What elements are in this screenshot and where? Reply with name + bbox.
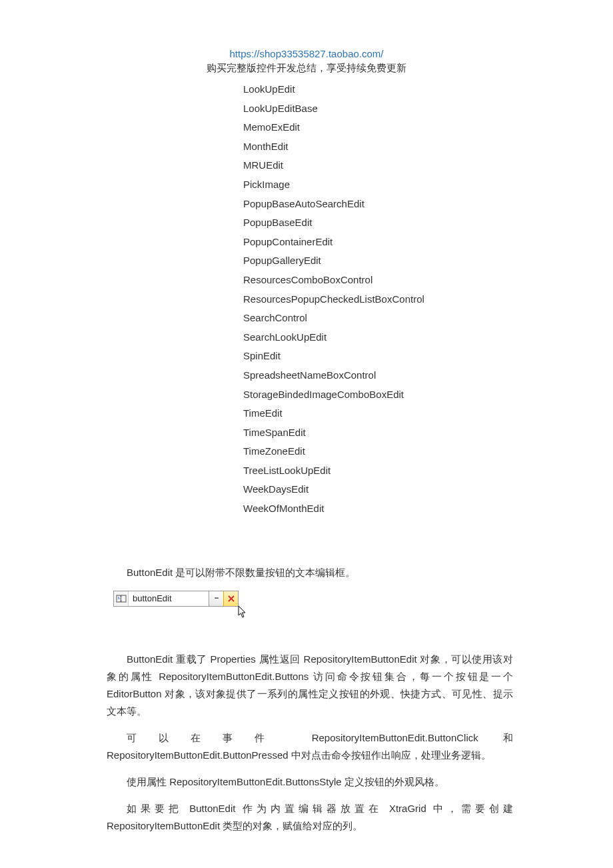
list-item: LookUpEdit — [243, 80, 613, 99]
header-shop-link[interactable]: https://shop33535827.taobao.com/ — [0, 48, 613, 59]
paragraph-buttonsstyle: 使用属性 RepositoryItemButtonEdit.ButtonsSty… — [107, 773, 513, 791]
buttonedit-delete-button[interactable] — [223, 591, 238, 606]
list-item: PopupBaseAutoSearchEdit — [243, 195, 613, 214]
list-item: ResourcesPopupCheckedListBoxControl — [243, 290, 613, 309]
list-item: WeekDaysEdit — [243, 480, 613, 499]
list-item: MonthEdit — [243, 137, 613, 157]
list-item: SearchControl — [243, 309, 613, 328]
list-item: LookUpEditBase — [243, 99, 613, 119]
list-item: MRUEdit — [243, 156, 613, 175]
list-item: SpreadsheetNameBoxControl — [243, 366, 613, 385]
body-content: ButtonEdit 是可以附带不限数量按钮的文本编辑框。 buttonEdit… — [107, 564, 513, 835]
list-item: TimeZoneEdit — [243, 442, 613, 461]
header-subtitle: 购买完整版控件开发总结，享受持续免费更新 — [0, 62, 613, 75]
list-item: PopupGalleryEdit — [243, 251, 613, 271]
list-item: PickImage — [243, 175, 613, 195]
list-item: PopupContainerEdit — [243, 233, 613, 252]
paragraph-events: 可以在事件 RepositoryItemButtonEdit.ButtonCli… — [107, 729, 513, 764]
cursor-arrow-icon — [237, 605, 248, 619]
buttonedit-control[interactable]: buttonEdit ··· — [113, 591, 239, 607]
editor-type-list: LookUpEdit LookUpEditBase MemoExEdit Mon… — [243, 80, 613, 519]
paragraph-intro: ButtonEdit 是可以附带不限数量按钮的文本编辑框。 — [107, 564, 513, 581]
list-item: TimeEdit — [243, 404, 613, 423]
paragraph-xtragrid: 如果要把 ButtonEdit 作为内置编辑器放置在 XtraGrid 中，需要… — [107, 800, 513, 835]
x-icon — [227, 595, 235, 603]
list-item: ResourcesComboBoxControl — [243, 271, 613, 290]
buttonedit-ellipsis-button[interactable]: ··· — [209, 591, 223, 606]
list-item: WeekOfMonthEdit — [243, 499, 613, 519]
list-item: MemoExEdit — [243, 118, 613, 137]
paragraph-properties: ButtonEdit 重载了 Properties 属性返回 Repositor… — [107, 651, 513, 720]
buttonedit-rename-icon — [114, 591, 129, 606]
list-item: TimeSpanEdit — [243, 423, 613, 443]
list-item: StorageBindedImageComboBoxEdit — [243, 385, 613, 405]
list-item: TreeListLookUpEdit — [243, 461, 613, 481]
list-item: PopupBaseEdit — [243, 213, 613, 233]
list-item: SpinEdit — [243, 347, 613, 366]
buttonedit-figure: buttonEdit ··· — [113, 591, 513, 624]
list-item: SearchLookUpEdit — [243, 328, 613, 347]
buttonedit-text-input[interactable]: buttonEdit — [129, 591, 209, 606]
